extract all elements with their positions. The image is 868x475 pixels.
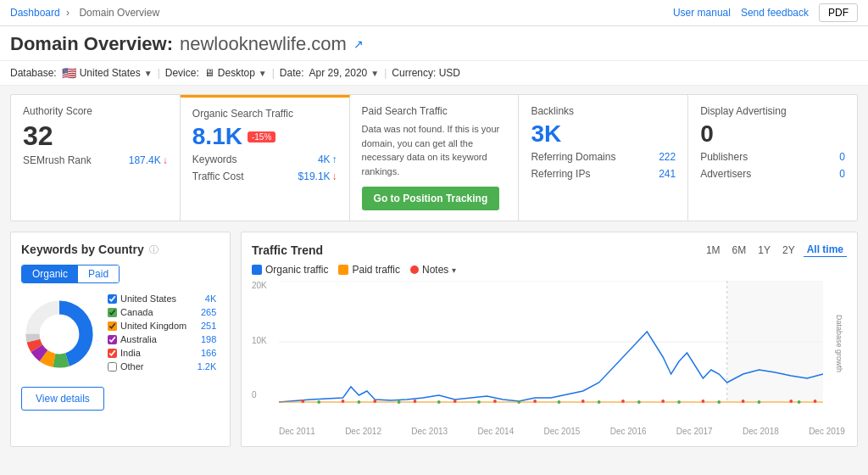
- svg-rect-10: [727, 281, 823, 402]
- breadcrumb-dashboard[interactable]: Dashboard: [10, 7, 60, 19]
- legend-canada: Canada 265: [108, 307, 216, 317]
- external-link-icon[interactable]: ↗: [353, 37, 364, 51]
- country-legend: United States 4K Canada 265: [108, 293, 216, 375]
- checkbox-us[interactable]: [108, 294, 117, 304]
- time-6m[interactable]: 6M: [729, 243, 750, 257]
- checkbox-canada[interactable]: [108, 308, 117, 317]
- backlinks-title: Backlinks: [531, 105, 676, 117]
- legend-australia: Australia 198: [108, 334, 216, 344]
- checkbox-uk[interactable]: [108, 321, 117, 331]
- filter-device[interactable]: 🖥 Desktop ▼: [204, 67, 267, 79]
- svg-point-29: [437, 400, 441, 404]
- bottom-row: Keywords by Country ⓘ Organic Paid: [10, 232, 858, 447]
- svg-point-24: [789, 400, 793, 403]
- checkbox-india[interactable]: [108, 349, 117, 358]
- domain-title-prefix: Domain Overview:: [10, 33, 173, 55]
- filter-date[interactable]: Apr 29, 2020 ▼: [309, 67, 380, 79]
- time-2y[interactable]: 2Y: [779, 243, 798, 257]
- trend-header: Traffic Trend 1M 6M 1Y 2Y All time: [252, 243, 847, 257]
- semrush-rank-arrow: ↓: [163, 154, 168, 166]
- user-manual-link[interactable]: User manual: [673, 7, 731, 19]
- svg-point-31: [517, 400, 520, 404]
- svg-point-36: [717, 400, 721, 404]
- svg-point-34: [637, 400, 641, 404]
- svg-point-19: [581, 400, 585, 403]
- authority-score-title: Authority Score: [23, 105, 168, 117]
- svg-point-32: [558, 400, 561, 404]
- keywords-card-title: Keywords by Country: [21, 243, 144, 256]
- filter-database[interactable]: 🇺🇸 United States ▼: [62, 66, 153, 80]
- metric-organic-search: Organic Search Traffic 8.1K -15% Keyword…: [181, 95, 350, 221]
- referring-ips-row: Referring IPs 241: [531, 168, 676, 180]
- filter-label-database: Database:: [10, 67, 57, 79]
- filter-database-value: United States: [80, 67, 141, 79]
- checkbox-australia[interactable]: [108, 335, 117, 344]
- keywords-card-header: Keywords by Country ⓘ: [21, 243, 220, 256]
- db-growth-label: Database growth: [835, 315, 843, 372]
- semrush-rank-label: SEMrush Rank: [23, 154, 92, 166]
- organic-badge: -15%: [248, 131, 275, 142]
- svg-point-18: [533, 400, 537, 403]
- checkbox-other[interactable]: [108, 362, 117, 372]
- filters-bar: Database: 🇺🇸 United States ▼ | Device: 🖥…: [0, 61, 868, 86]
- time-1y[interactable]: 1Y: [754, 243, 774, 257]
- svg-point-30: [477, 400, 481, 404]
- view-details-button[interactable]: View details: [21, 387, 104, 411]
- pdf-button[interactable]: PDF: [819, 3, 858, 22]
- time-alltime[interactable]: All time: [804, 243, 847, 257]
- tab-paid[interactable]: Paid: [78, 265, 119, 282]
- trend-chart-svg: [279, 281, 823, 404]
- legend-us: United States 4K: [108, 293, 216, 304]
- publishers-row: Publishers 0: [700, 151, 845, 163]
- keywords-by-country-card: Keywords by Country ⓘ Organic Paid: [10, 232, 231, 447]
- svg-point-13: [342, 400, 345, 403]
- authority-score-value: 32: [23, 122, 168, 149]
- semrush-rank-value: 187.4K: [129, 154, 161, 166]
- backlinks-value: 3K: [531, 122, 676, 146]
- semrush-rank-row: SEMrush Rank 187.4K ↓: [23, 154, 168, 166]
- breadcrumb-current: Domain Overview: [79, 7, 159, 19]
- time-range-controls: 1M 6M 1Y 2Y All time: [703, 243, 847, 257]
- x-axis-labels: Dec 2011 Dec 2012 Dec 2013 Dec 2014 Dec …: [252, 427, 847, 436]
- filter-currency: Currency: USD: [392, 67, 460, 79]
- filter-date-value: Apr 29, 2020: [309, 67, 368, 79]
- display-value: 0: [700, 122, 845, 146]
- send-feedback-link[interactable]: Send feedback: [741, 7, 809, 19]
- legend-organic: Organic traffic: [252, 264, 328, 276]
- legend-uk: United Kingdom 251: [108, 321, 216, 331]
- keywords-row: Keywords 4K ↑: [192, 154, 337, 165]
- trend-title: Traffic Trend: [252, 243, 323, 257]
- advertisers-row: Advertisers 0: [700, 168, 845, 180]
- svg-point-26: [317, 400, 320, 404]
- traffic-trend-card: Traffic Trend 1M 6M 1Y 2Y All time Organ…: [241, 232, 858, 447]
- domain-name: newlooknewlife.com: [180, 33, 347, 55]
- domain-title: Domain Overview: newlooknewlife.com ↗: [10, 33, 858, 55]
- metric-backlinks: Backlinks 3K Referring Domains 222 Refer…: [519, 95, 688, 221]
- svg-point-33: [598, 400, 601, 404]
- main-content: Authority Score 32 SEMrush Rank 187.4K ↓…: [0, 86, 868, 455]
- goto-position-tracking-button[interactable]: Go to Position Tracking: [362, 187, 500, 210]
- info-icon[interactable]: ⓘ: [149, 243, 159, 256]
- svg-point-16: [453, 400, 457, 403]
- legend-other: Other 1.2K: [108, 361, 216, 372]
- svg-point-28: [398, 400, 401, 404]
- legend-notes[interactable]: Notes ▾: [410, 264, 456, 276]
- svg-point-27: [358, 400, 361, 404]
- filter-label-date: Date:: [280, 67, 304, 79]
- display-title: Display Advertising: [700, 105, 845, 117]
- svg-point-21: [661, 400, 665, 403]
- svg-point-35: [677, 400, 681, 404]
- breadcrumb: Dashboard › Domain Overview: [10, 7, 163, 19]
- organic-paid-tabs: Organic Paid: [21, 265, 120, 283]
- filter-device-value: Desktop: [218, 67, 255, 79]
- time-1m[interactable]: 1M: [703, 243, 724, 257]
- referring-domains-row: Referring Domains 222: [531, 151, 676, 163]
- main-header: Domain Overview: newlooknewlife.com ↗: [0, 26, 868, 61]
- tab-organic[interactable]: Organic: [22, 265, 78, 282]
- svg-point-15: [414, 400, 417, 403]
- top-bar-actions: User manual Send feedback PDF: [673, 3, 858, 22]
- metrics-row: Authority Score 32 SEMrush Rank 187.4K ↓…: [10, 94, 858, 221]
- organic-value: 8.1K: [192, 125, 242, 148]
- metric-display-advertising: Display Advertising 0 Publishers 0 Adver…: [688, 95, 857, 221]
- svg-point-14: [373, 400, 376, 403]
